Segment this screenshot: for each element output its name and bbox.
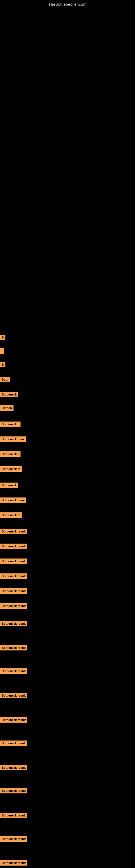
bottleneck-label: Bottleneck result: [0, 588, 27, 594]
bottleneck-item: Bottleneck result: [0, 741, 27, 747]
bottleneck-container: B|BBottlBottleneckBottlenBottleneck rBot…: [0, 6, 135, 868]
bottleneck-label: Bottleneck result: [0, 813, 27, 818]
bottleneck-item: Bottleneck result: [0, 813, 27, 819]
bottleneck-label: Bottleneck: [0, 483, 18, 488]
bottleneck-label: Bottlen: [0, 405, 13, 411]
bottleneck-item: Bottleneck result: [0, 765, 27, 771]
bottleneck-item: Bottleneck re: [0, 513, 22, 519]
bottleneck-item: Bottleneck re: [0, 466, 22, 473]
bottleneck-item: Bottleneck result: [0, 645, 27, 652]
bottleneck-label: Bottleneck result: [0, 529, 27, 534]
bottleneck-label: Bottleneck result: [0, 558, 27, 564]
bottleneck-item: Bottleneck result: [0, 558, 27, 565]
bottleneck-label: Bottleneck result: [0, 788, 27, 794]
site-title: TheBottlenecker.com: [0, 0, 135, 6]
bottleneck-label: Bottleneck result: [0, 717, 27, 723]
bottleneck-item: Bottl: [0, 377, 10, 383]
bottleneck-label: Bottleneck result: [0, 621, 27, 626]
bottleneck-item: Bottleneck result: [0, 717, 27, 724]
bottleneck-item: Bottleneck: [0, 392, 18, 398]
bottleneck-item: Bottleneck r: [0, 422, 20, 428]
bottleneck-item: Bottleneck result: [0, 529, 27, 535]
bottleneck-label: Bottleneck r: [0, 452, 20, 457]
bottleneck-label: Bottleneck r: [0, 422, 20, 427]
bottleneck-item: Bottleneck result: [0, 588, 27, 595]
bottleneck-label: Bottleneck result: [0, 836, 27, 842]
bottleneck-label: Bottleneck result: [0, 603, 27, 609]
bottleneck-label: Bottleneck result: [0, 741, 27, 746]
bottleneck-label: Bottleneck re: [0, 513, 22, 518]
bottleneck-item: Bottlen: [0, 405, 13, 412]
bottleneck-item: Bottleneck result: [0, 788, 27, 795]
bottleneck-item: Bottleneck resu: [0, 436, 26, 443]
bottleneck-item: Bottleneck result: [0, 669, 27, 675]
bottleneck-item: B: [0, 335, 5, 341]
bottleneck-label: Bottleneck result: [0, 645, 27, 650]
bottleneck-label: B: [0, 362, 5, 367]
bottleneck-item: Bottleneck result: [0, 860, 27, 867]
bottleneck-label: Bottleneck result: [0, 765, 27, 770]
bottleneck-item: Bottleneck result: [0, 574, 27, 580]
bottleneck-label: Bottleneck result: [0, 669, 27, 674]
bottleneck-label: Bottleneck result: [0, 693, 27, 698]
bottleneck-label: Bottleneck re: [0, 466, 22, 472]
bottleneck-item: Bottleneck resu: [0, 497, 26, 504]
bottleneck-item: Bottleneck result: [0, 836, 27, 843]
bottleneck-item: |: [0, 348, 4, 355]
bottleneck-label: Bottleneck resu: [0, 497, 26, 503]
bottleneck-label: B: [0, 335, 5, 340]
bottleneck-label: Bottl: [0, 377, 10, 382]
bottleneck-label: Bottleneck result: [0, 860, 27, 866]
bottleneck-item: Bottleneck result: [0, 603, 27, 610]
bottleneck-label: Bottleneck result: [0, 574, 27, 579]
bottleneck-item: Bottleneck result: [0, 621, 27, 627]
bottleneck-item: Bottleneck r: [0, 452, 20, 458]
bottleneck-label: Bottleneck resu: [0, 436, 26, 442]
bottleneck-item: Bottleneck result: [0, 693, 27, 699]
bottleneck-item: Bottleneck result: [0, 544, 27, 550]
bottleneck-item: B: [0, 362, 5, 368]
bottleneck-label: |: [0, 348, 4, 354]
bottleneck-label: Bottleneck result: [0, 544, 27, 549]
bottleneck-label: Bottleneck: [0, 392, 18, 397]
bottleneck-item: Bottleneck: [0, 483, 18, 489]
